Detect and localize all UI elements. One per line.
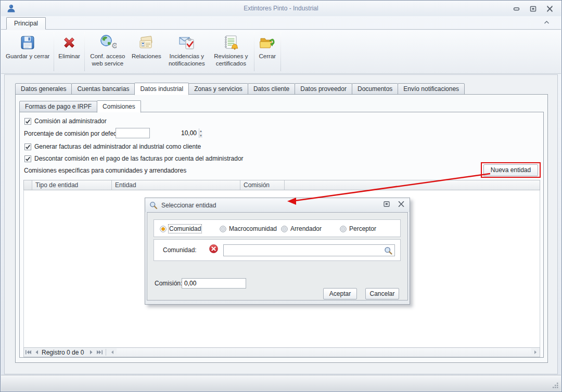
revisions-certificates-label: Revisiones y certificados xyxy=(212,53,250,67)
checkbox-comision-admin[interactable]: Comisión al administrador xyxy=(24,117,107,125)
dialog-title: Seleccionar entidad xyxy=(161,202,216,209)
nav-last-icon[interactable] xyxy=(95,348,104,356)
navigator-divider xyxy=(106,349,106,356)
radio-comunidad-label: Comunidad xyxy=(169,225,201,232)
nav-next-icon[interactable] xyxy=(87,348,95,356)
comision-input[interactable] xyxy=(182,279,246,288)
spin-down-icon[interactable]: ▼ xyxy=(199,133,202,138)
tab-documentos[interactable]: Documentos xyxy=(352,83,398,95)
delete-label: Eliminar xyxy=(58,53,80,60)
entity-selector-group: Comunidad: xyxy=(154,239,401,261)
ribbon-separator xyxy=(54,32,54,71)
checkbox-generar-facturas[interactable]: Generar facturas del administrador al in… xyxy=(24,143,201,150)
nav-prev-icon[interactable] xyxy=(32,348,41,356)
radio-arrendador[interactable]: Arrendador xyxy=(281,225,322,232)
checkbox-generar-facturas-label: Generar facturas del administrador al in… xyxy=(34,143,201,150)
spinner-buttons[interactable]: ▲ ▼ xyxy=(199,128,202,138)
accept-button[interactable]: Aceptar xyxy=(323,288,357,299)
maximize-button[interactable] xyxy=(529,5,537,12)
incidents-notifications-label: Incidencias y notificaciones xyxy=(167,53,207,67)
notebook-bell-icon xyxy=(222,34,240,51)
record-navigator: Registro 0 de 0 xyxy=(23,347,540,357)
grid-col-filler xyxy=(285,180,540,190)
tab-datos-cliente[interactable]: Datos cliente xyxy=(248,83,295,95)
app-window: Extintores Pinto - Industrial Principal … xyxy=(0,0,562,392)
ribbon-tab-row: Principal xyxy=(1,16,561,30)
radio-unselected-icon xyxy=(220,226,226,232)
radio-macrocomunidad[interactable]: Macrocomunidad xyxy=(220,225,277,232)
specific-commissions-label: Comisiones específicas para comunidades … xyxy=(24,167,186,174)
radio-macrocomunidad-label: Macrocomunidad xyxy=(229,225,277,232)
checkbox-checked-icon xyxy=(24,143,31,150)
radio-perceptor-label: Perceptor xyxy=(349,225,376,232)
web-service-config-label: Conf. acceso web service xyxy=(89,53,126,67)
hscroll-left-icon[interactable] xyxy=(108,348,117,356)
ribbon-separator xyxy=(280,32,281,71)
svg-text:⚙: ⚙ xyxy=(111,41,117,50)
tab-datos-industrial[interactable]: Datos industrial xyxy=(134,83,189,95)
checkbox-checked-icon xyxy=(24,155,31,162)
radio-perceptor[interactable]: Perceptor xyxy=(340,225,376,232)
hscroll-track[interactable] xyxy=(117,348,531,356)
entity-search-input[interactable] xyxy=(224,245,394,256)
tab-comisiones[interactable]: Comisiones xyxy=(97,100,141,113)
cancel-button[interactable]: Cancelar xyxy=(365,288,399,299)
close-button[interactable] xyxy=(545,5,554,12)
relations-label: Relaciones xyxy=(132,53,161,60)
resize-grip[interactable] xyxy=(552,382,559,389)
status-bar xyxy=(1,375,561,391)
entity-field-label: Comunidad: xyxy=(163,246,197,254)
tab-datos-proveedor[interactable]: Datos proveedor xyxy=(295,83,352,95)
dialog-title-bar[interactable]: Seleccionar entidad xyxy=(145,198,410,212)
tab-envio-notificaciones[interactable]: Envío notificaciones xyxy=(398,83,465,95)
tab-formas-pago-irpf[interactable]: Formas de pago e IRPF xyxy=(19,101,97,112)
main-tab-strip: Datos generales Cuentas bancarias Datos … xyxy=(15,83,464,95)
percent-input[interactable] xyxy=(116,128,199,138)
dialog-maximize-button[interactable] xyxy=(384,201,390,208)
grid-indicator-header xyxy=(24,180,32,190)
percent-spinner[interactable]: ▲ ▼ xyxy=(116,128,150,138)
search-icon[interactable] xyxy=(384,246,393,255)
save-icon xyxy=(19,34,36,51)
incidents-notifications-button[interactable]: Incidencias y notificaciones xyxy=(164,31,210,72)
spin-up-icon[interactable]: ▲ xyxy=(199,128,202,133)
radio-comunidad[interactable]: Comunidad xyxy=(160,225,201,232)
collapse-ribbon-icon[interactable] xyxy=(543,19,551,27)
entity-type-group: Comunidad Macrocomunidad Arrendador Perc… xyxy=(154,219,401,237)
hscroll-right-icon[interactable] xyxy=(531,348,540,356)
comision-field[interactable] xyxy=(182,278,246,289)
save-close-label: Guardar y cerrar xyxy=(6,53,49,60)
globe-gear-icon: ⚙ xyxy=(99,34,117,51)
checkbox-descontar-comision[interactable]: Descontar comisión en el pago de las fac… xyxy=(24,155,244,162)
checkbox-comision-admin-label: Comisión al administrador xyxy=(34,117,107,125)
ribbon-tab-principal[interactable]: Principal xyxy=(6,17,46,30)
grid-col-entidad[interactable]: Entidad xyxy=(112,180,240,190)
error-icon xyxy=(209,244,218,253)
entity-search-field[interactable] xyxy=(223,244,395,256)
save-close-button[interactable]: Guardar y cerrar xyxy=(3,31,52,72)
web-service-config-button[interactable]: ⚙ Conf. acceso web service xyxy=(86,31,129,72)
magnifier-icon xyxy=(149,201,158,210)
delete-button[interactable]: Eliminar xyxy=(56,31,83,72)
contact-cards-icon xyxy=(137,34,155,51)
grid-header: Tipo de entidad Entidad Comisión xyxy=(23,180,540,190)
tab-cuentas-bancarias[interactable]: Cuentas bancarias xyxy=(71,83,135,95)
close-form-button[interactable]: Cerrar xyxy=(256,31,279,72)
minimize-button[interactable] xyxy=(512,5,520,12)
close-form-label: Cerrar xyxy=(259,53,276,60)
dialog-client-area: Comunidad Macrocomunidad Arrendador Perc… xyxy=(147,212,408,300)
revisions-certificates-button[interactable]: Revisiones y certificados xyxy=(210,31,252,72)
tab-zonas-servicios[interactable]: Zonas y servicios xyxy=(188,83,248,95)
ribbon-separator xyxy=(254,32,254,71)
dialog-close-button[interactable] xyxy=(398,201,404,208)
grid-col-comision[interactable]: Comisión xyxy=(240,180,285,190)
annotation-highlight-rect xyxy=(481,162,541,178)
grid-col-tipo-entidad[interactable]: Tipo de entidad xyxy=(32,180,112,190)
delete-icon xyxy=(60,34,78,51)
radio-arrendador-label: Arrendador xyxy=(290,225,322,232)
nav-first-icon[interactable] xyxy=(24,348,32,356)
relations-button[interactable]: Relaciones xyxy=(129,31,164,72)
mail-clipboard-icon xyxy=(178,34,196,51)
radio-selected-icon xyxy=(160,226,167,232)
tab-datos-generales[interactable]: Datos generales xyxy=(15,83,72,95)
